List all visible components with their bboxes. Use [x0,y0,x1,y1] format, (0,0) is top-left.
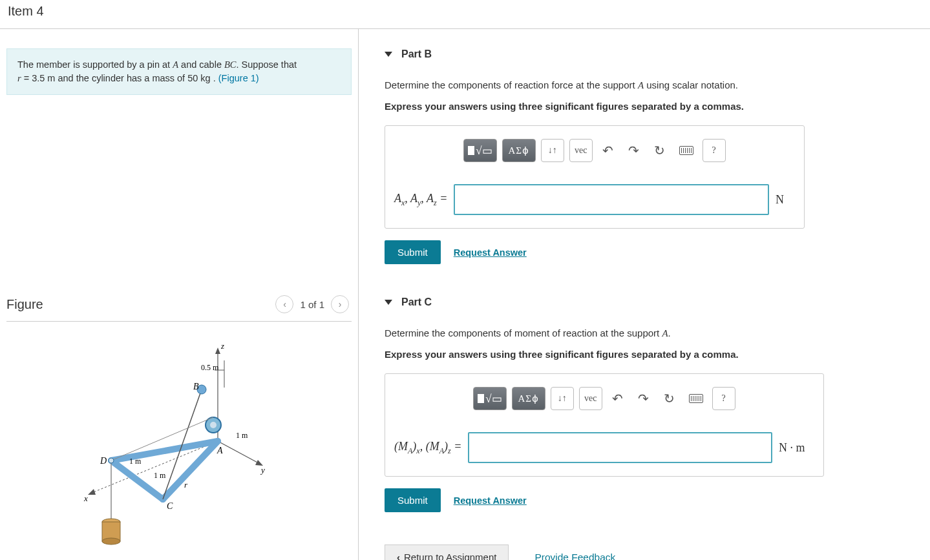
point-B-label: B [193,382,199,391]
return-label: Return to Assignment [404,552,496,560]
part-c-submit-button[interactable]: Submit [385,488,441,512]
r-value: = 3.5 m [21,73,56,83]
undo-button[interactable]: ↶ [608,387,628,410]
dim-r-label: r [184,480,188,490]
subsup-button[interactable]: ↓↑ [541,139,564,162]
help-button[interactable]: ? [703,139,726,162]
reset-button[interactable]: ↻ [659,387,680,410]
return-to-assignment-button[interactable]: ‹ Return to Assignment [385,544,509,560]
part-b-eq-label: Ax, Ay, Az = [394,192,447,208]
item-title: Item 4 [0,0,930,28]
dim-1m-b-label: 1 m [129,457,142,466]
problem-prompt: The member is supported by a pin at A an… [6,48,352,95]
prompt-text: The member is supported by a pin at [17,59,173,70]
svg-marker-1 [215,347,220,354]
greek-button[interactable]: ΑΣϕ [502,139,536,162]
redo-button[interactable]: ↷ [633,387,654,410]
svg-line-7 [111,461,163,499]
figure-image: z x y B A C D r 0.5 m 1 m 1 m 1 m [6,322,352,560]
part-b-point-A: A [638,80,644,90]
sqrt-icon: √▭ [485,392,502,406]
undo-icon: ↶ [602,143,613,158]
prompt-text: and the cylinder has a mass of 50 [55,73,200,83]
part-c-answer-input[interactable] [468,432,772,463]
part-b-instruction: Determine the components of reaction for… [385,79,638,90]
part-b-answer-box: √▭ ΑΣϕ ↓↑ vec ↶ ↷ ↻ ? Ax, Ay, Az = [385,125,805,229]
point-D-label: D [100,456,107,466]
keyboard-icon [689,394,703,403]
redo-button[interactable]: ↷ [624,139,644,162]
equation-toolbar: √▭ ΑΣϕ ↓↑ vec ↶ ↷ ↻ ? [394,383,814,414]
figure-next-button[interactable]: › [331,295,349,313]
part-c-answer-box: √▭ ΑΣϕ ↓↑ vec ↶ ↷ ↻ ? (MA)x, (MA)z = [385,373,824,477]
subsup-button[interactable]: ↓↑ [551,387,574,410]
axis-y-label: y [260,465,265,475]
keyboard-icon [679,146,693,155]
figure-prev-button[interactable]: ‹ [275,295,293,313]
part-c-instruction: Determine the components of moment of re… [385,327,662,338]
svg-line-2 [218,441,260,464]
provide-feedback-link[interactable]: Provide Feedback [534,552,615,561]
figure-link[interactable]: (Figure 1) [218,73,259,83]
part-b-instruction-b: using scalar notation. [644,79,738,90]
part-b-title: Part B [401,48,432,60]
sqrt-icon: √▭ [476,144,492,158]
reset-icon: ↻ [664,391,675,406]
axis-x-label: x [83,493,88,503]
dim-1m-c-label: 1 m [154,471,166,480]
point-A: A [173,59,178,70]
greek-button[interactable]: ΑΣϕ [512,387,545,410]
point-C-label: C [167,501,173,511]
svg-point-17 [102,538,120,544]
chevron-left-icon: ‹ [283,299,286,309]
svg-point-18 [109,458,114,463]
prompt-text: . [211,73,218,83]
part-c-unit: N · m [779,441,814,455]
templates-button[interactable]: √▭ [463,139,496,162]
part-c-request-answer-link[interactable]: Request Answer [454,495,527,506]
prompt-text: . Suppose that [237,59,297,70]
part-b-instruction2: Express your answers using three signifi… [385,99,930,114]
part-c-instruction2: Express your answers using three signifi… [385,347,930,362]
axis-z-label: z [220,341,224,351]
svg-marker-5 [88,489,96,495]
figure-title: Figure [6,297,43,312]
part-c-eq-label: (MA)x, (MA)z = [394,440,461,456]
figure-counter: 1 of 1 [300,299,324,310]
keyboard-button[interactable] [685,387,707,410]
undo-icon: ↶ [612,391,623,406]
part-c-header[interactable]: Part C [385,296,930,308]
part-b-submit-button[interactable]: Submit [385,240,441,264]
undo-button[interactable]: ↶ [598,139,618,162]
svg-point-12 [210,422,217,428]
caret-down-icon [385,52,392,57]
redo-icon: ↷ [638,391,649,406]
vector-button[interactable]: vec [579,387,602,410]
part-b-unit: N [776,193,795,207]
part-b-answer-input[interactable] [454,184,769,215]
caret-down-icon [385,300,392,305]
point-A-label: A [217,446,223,455]
help-button[interactable]: ? [712,387,735,410]
chevron-left-icon: ‹ [397,552,400,560]
keyboard-button[interactable] [675,139,697,162]
part-b-request-answer-link[interactable]: Request Answer [454,247,527,258]
vector-button[interactable]: vec [569,139,593,162]
reset-icon: ↻ [654,143,665,158]
chevron-right-icon: › [339,299,342,309]
part-c-instruction-b: . [668,327,671,338]
dim-0.5m-label: 0.5 m [201,363,219,372]
redo-icon: ↷ [628,143,639,158]
part-b-header[interactable]: Part B [385,48,930,60]
unit-kg: kg [200,73,210,83]
prompt-text: and cable [178,59,224,70]
dim-1m-a-label: 1 m [236,431,248,440]
reset-button[interactable]: ↻ [650,139,670,162]
part-c-title: Part C [401,296,432,308]
part-c-point-A: A [662,328,668,338]
cable-BC: BC [224,59,237,70]
equation-toolbar: √▭ ΑΣϕ ↓↑ vec ↶ ↷ ↻ ? [394,135,795,166]
templates-button[interactable]: √▭ [473,387,506,410]
